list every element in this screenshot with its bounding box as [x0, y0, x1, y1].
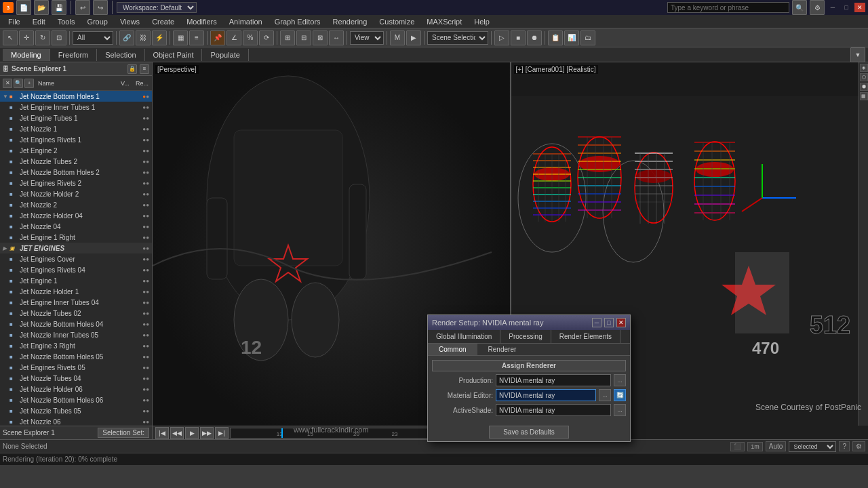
material-sync-btn[interactable]: 🔄: [614, 389, 626, 401]
close-btn[interactable]: ✕: [854, 3, 865, 12]
dialog-tab2-common[interactable]: Common: [428, 344, 477, 355]
align-btn[interactable]: ⊟: [296, 30, 311, 45]
dialog-tab-elements[interactable]: Render Elements: [551, 330, 620, 343]
workspace-select[interactable]: Workspace: Default: [117, 2, 197, 13]
scene-item-22[interactable]: ■ Jet Nozzle Inner Tubes 05 ● ●: [0, 329, 152, 340]
snap-angle-btn[interactable]: ∠: [226, 30, 241, 45]
scene-item-26[interactable]: ■ Jet Nozzle Tubes 04 ● ●: [0, 373, 152, 384]
new-btn[interactable]: 📄: [16, 0, 31, 15]
scene-item-2[interactable]: ■ Jet Engine Tubes 1 ● ●: [0, 113, 152, 123]
scene-item-27[interactable]: ■ Jet Nozzle Holder 06 ● ●: [0, 384, 152, 394]
next-frame-btn[interactable]: ▶|: [215, 427, 229, 439]
selection-filter[interactable]: All: [73, 31, 113, 45]
minimize-btn[interactable]: ─: [827, 3, 838, 12]
menu-file[interactable]: File: [3, 16, 26, 27]
scene-item-20[interactable]: ■ Jet Nozzle Tubes 02 ● ●: [0, 308, 152, 319]
spacing-btn[interactable]: ↔: [329, 30, 344, 45]
redo-btn[interactable]: ↪: [93, 0, 108, 15]
search-scene-icon[interactable]: 🔍: [14, 79, 23, 88]
dialog-close-btn[interactable]: ✕: [616, 318, 626, 327]
scene-item-jet-engines-group[interactable]: ▶ ▣ JET ENGINES ● ●: [0, 243, 152, 253]
scene-item-19[interactable]: ■ Jet Engine Inner Tubes 04 ● ●: [0, 297, 152, 308]
auto-btn[interactable]: Auto: [766, 441, 787, 451]
scale-btn[interactable]: ⊡: [52, 30, 66, 45]
status-config-btn[interactable]: ⚙: [852, 441, 865, 451]
scene-item-0[interactable]: ▼ ■ Jet Nozzle Bottom Holes 1 ● ●: [0, 91, 152, 102]
material-browse-btn[interactable]: ...: [599, 389, 611, 401]
dialog-tab-gi[interactable]: Global Illumination: [428, 330, 500, 343]
menu-modifiers[interactable]: Modifiers: [181, 16, 222, 27]
anim-record-btn[interactable]: ⏺: [527, 30, 542, 45]
vp-icon-2[interactable]: ⬡: [860, 73, 868, 81]
vp-icon-3[interactable]: ⬢: [860, 83, 868, 91]
menu-rendering[interactable]: Rendering: [328, 16, 373, 27]
layer-btn[interactable]: ▦: [173, 30, 188, 45]
prev-frame-btn[interactable]: |◀: [155, 427, 169, 439]
dialog-tab2-renderer[interactable]: Renderer: [477, 344, 528, 355]
settings-icon[interactable]: ⚙: [810, 0, 825, 15]
view-select[interactable]: View: [350, 31, 384, 45]
menu-views[interactable]: Views: [115, 16, 145, 27]
scene-item-15[interactable]: ■ Jet Engines Cover ● ●: [0, 253, 152, 264]
scene-item-3[interactable]: ■ Jet Nozzle 1 ● ●: [0, 123, 152, 134]
scene-item-11[interactable]: ■ Jet Nozzle Holder 04 ● ●: [0, 210, 152, 221]
save-defaults-btn[interactable]: Save as Defaults: [489, 426, 569, 439]
search-icon[interactable]: 🔍: [792, 0, 807, 15]
stop-anim-btn[interactable]: ■: [511, 30, 526, 45]
mirror-btn[interactable]: ⊞: [280, 30, 295, 45]
subtoolbar-settings[interactable]: ▼: [850, 47, 865, 62]
scene-item-1[interactable]: ■ Jet Engine Inner Tubes 1 ● ●: [0, 102, 152, 113]
menu-create[interactable]: Create: [146, 16, 180, 27]
tab-populate[interactable]: Populate: [202, 49, 248, 61]
menu-animation[interactable]: Animation: [224, 16, 268, 27]
scene-item-24[interactable]: ■ Jet Nozzle Bottom Holes 05 ● ●: [0, 351, 152, 362]
select-btn[interactable]: ↖: [3, 30, 18, 45]
menu-tools[interactable]: Tools: [52, 16, 81, 27]
menu-graph-editors[interactable]: Graph Editors: [269, 16, 326, 27]
menu-customize[interactable]: Customize: [374, 16, 420, 27]
scene-item-29[interactable]: ■ Jet Nozzle Tubes 05 ● ●: [0, 405, 152, 416]
layer-mgr-btn[interactable]: 📋: [548, 30, 563, 45]
menu-group[interactable]: Group: [81, 16, 113, 27]
rotate-btn[interactable]: ↻: [35, 30, 50, 45]
scene-options-btn2[interactable]: Selection Set:: [98, 428, 149, 438]
vp-icon-4[interactable]: ▦: [860, 92, 868, 100]
scene-item-17[interactable]: ■ Jet Engine 1 ● ●: [0, 275, 152, 286]
scene-item-16[interactable]: ■ Jet Engines Rivets 04 ● ●: [0, 264, 152, 275]
tab-object-paint[interactable]: Object Paint: [145, 49, 203, 61]
status-render-btn[interactable]: ⬛: [730, 442, 745, 451]
tab-modeling[interactable]: Modeling: [3, 49, 50, 61]
prev-key-btn[interactable]: ◀◀: [170, 427, 184, 439]
activeshade-input[interactable]: [496, 404, 611, 416]
scene-item-10[interactable]: ■ Jet Nozzle 2 ● ●: [0, 199, 152, 210]
scene-item-28[interactable]: ■ Jet Nozzle Bottom Holes 06 ● ●: [0, 394, 152, 405]
menu-help[interactable]: Help: [469, 16, 495, 27]
production-input[interactable]: [496, 374, 611, 386]
scene-item-25[interactable]: ■ Jet Engines Rivets 05 ● ●: [0, 362, 152, 373]
ribbon-btn[interactable]: ≡: [189, 30, 204, 45]
status-help-btn[interactable]: ?: [839, 441, 850, 451]
snap-spinner-btn[interactable]: ⟳: [259, 30, 274, 45]
scene-item-8[interactable]: ■ Jet Engines Rivets 2 ● ●: [0, 178, 152, 188]
unlink-btn[interactable]: ⛓: [136, 30, 151, 45]
production-browse-btn[interactable]: ...: [614, 374, 626, 386]
search-input[interactable]: [667, 2, 789, 13]
dialog-titlebar[interactable]: Render Setup: NVIDIA mental ray ─ □ ✕: [428, 315, 630, 330]
material-btn[interactable]: M: [390, 30, 405, 45]
filter-icon[interactable]: ✕: [3, 79, 12, 88]
material-editor-input[interactable]: [496, 389, 596, 401]
dialog-tab-processing[interactable]: Processing: [500, 330, 551, 343]
array-btn[interactable]: ⊠: [313, 30, 328, 45]
menu-maxscript[interactable]: MAXScript: [421, 16, 467, 27]
filter-select[interactable]: Selected: [789, 441, 836, 452]
render-frame-btn[interactable]: ▶: [406, 30, 421, 45]
schematic-btn[interactable]: 🗂: [580, 30, 595, 45]
scene-item-13[interactable]: ■ Jet Engine 1 Right ● ●: [0, 232, 152, 243]
scene-item-21[interactable]: ■ Jet Nozzle Bottom Holes 04 ● ●: [0, 319, 152, 329]
render-select[interactable]: Scene Selection: [427, 31, 488, 45]
dialog-minimize-btn[interactable]: ─: [592, 318, 601, 327]
menu-edit[interactable]: Edit: [27, 16, 51, 27]
save-btn[interactable]: 💾: [52, 0, 66, 15]
tab-freeform[interactable]: Freeform: [50, 49, 98, 61]
bind-btn[interactable]: ⚡: [152, 30, 167, 45]
